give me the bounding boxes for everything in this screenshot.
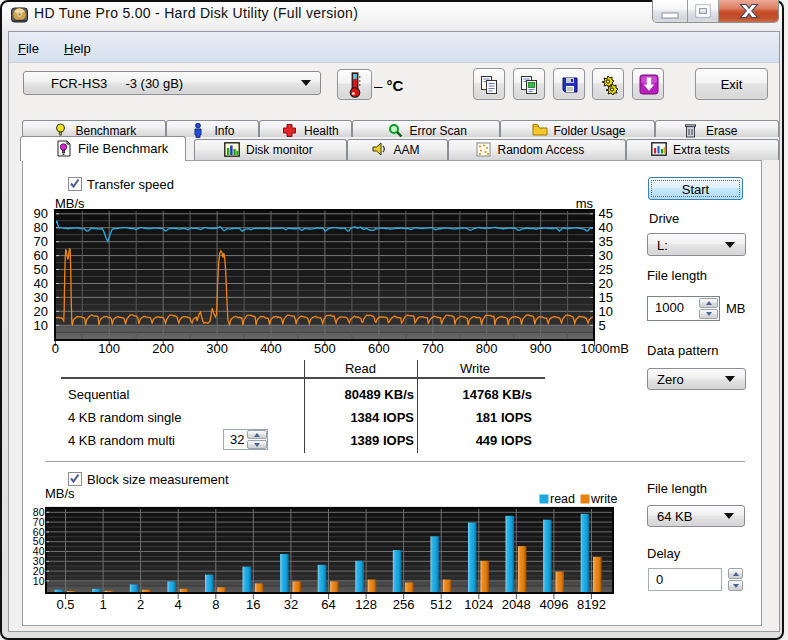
svg-text:80: 80 [33, 506, 45, 518]
svg-text:4096: 4096 [539, 597, 568, 612]
svg-text:200: 200 [152, 341, 174, 356]
svg-text:60: 60 [34, 248, 48, 263]
svg-text:8192: 8192 [577, 597, 606, 612]
svg-text:15: 15 [599, 290, 613, 305]
svg-text:35: 35 [599, 234, 613, 249]
svg-text:40: 40 [599, 220, 613, 235]
svg-text:90: 90 [34, 206, 48, 221]
svg-text:50: 50 [34, 262, 48, 277]
svg-text:30: 30 [34, 290, 48, 305]
svg-text:MB/s: MB/s [55, 196, 85, 211]
svg-text:4: 4 [175, 597, 182, 612]
svg-text:300: 300 [206, 341, 228, 356]
svg-text:30: 30 [599, 248, 613, 263]
svg-text:5: 5 [599, 318, 606, 333]
svg-text:10: 10 [34, 318, 48, 333]
svg-text:128: 128 [355, 597, 377, 612]
svg-text:45: 45 [599, 206, 613, 221]
svg-text:2048: 2048 [502, 597, 531, 612]
svg-text:write: write [590, 492, 617, 506]
svg-text:ms: ms [576, 196, 594, 211]
svg-text:32: 32 [284, 597, 298, 612]
svg-text:20: 20 [34, 304, 48, 319]
svg-text:600: 600 [368, 341, 390, 356]
svg-text:8: 8 [212, 597, 219, 612]
svg-text:512: 512 [430, 597, 452, 612]
svg-text:800: 800 [476, 341, 498, 356]
svg-text:400: 400 [260, 341, 282, 356]
svg-text:0.5: 0.5 [56, 597, 74, 612]
svg-text:1024: 1024 [464, 597, 493, 612]
svg-text:2: 2 [137, 597, 144, 612]
svg-text:16: 16 [246, 597, 260, 612]
svg-text:read: read [550, 492, 575, 506]
svg-text:80: 80 [34, 220, 48, 235]
svg-text:20: 20 [599, 276, 613, 291]
svg-text:MB/s: MB/s [45, 486, 75, 501]
svg-text:64: 64 [321, 597, 335, 612]
svg-text:100: 100 [98, 341, 120, 356]
svg-text:1: 1 [99, 597, 106, 612]
svg-text:900: 900 [530, 341, 552, 356]
svg-text:70: 70 [34, 234, 48, 249]
svg-text:0: 0 [52, 341, 59, 356]
svg-text:500: 500 [314, 341, 336, 356]
svg-text:10: 10 [599, 304, 613, 319]
svg-text:256: 256 [393, 597, 415, 612]
svg-text:1000mB: 1000mB [581, 341, 629, 356]
svg-text:40: 40 [34, 276, 48, 291]
svg-text:25: 25 [599, 262, 613, 277]
svg-text:700: 700 [422, 341, 444, 356]
